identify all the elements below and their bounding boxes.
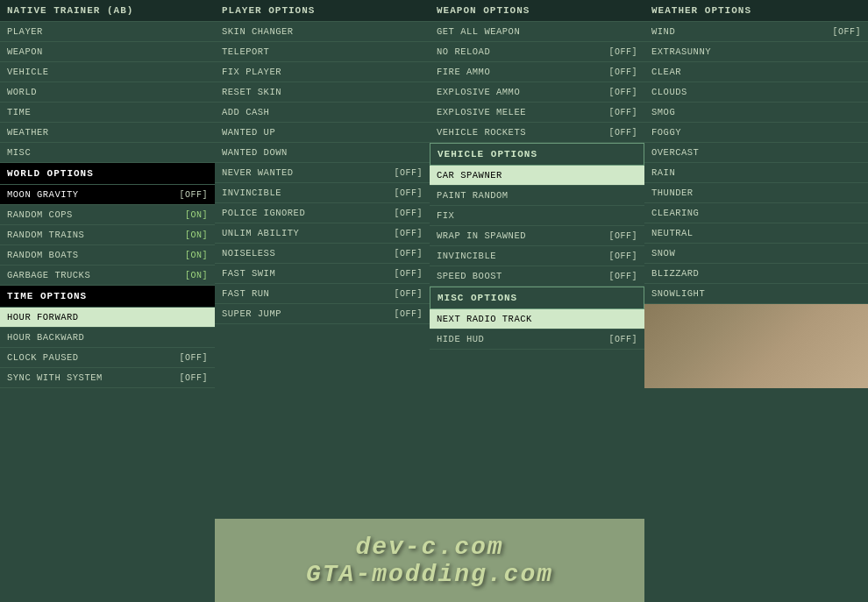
sync-with-system-badge: [OFF] [179, 373, 208, 383]
garbage-trucks-item[interactable]: GARBAGE TRUCKS [ON] [0, 266, 215, 286]
no-reload-badge: [OFF] [608, 47, 637, 57]
vehicle-rockets-item[interactable]: VEHICLE ROCKETS [OFF] [430, 123, 644, 143]
nav-player[interactable]: PLAYER [0, 22, 215, 42]
sync-with-system-item[interactable]: SYNC WITH SYSTEM [OFF] [0, 368, 215, 388]
fire-ammo-label: FIRE AMMO [437, 67, 490, 77]
wind-badge: [OFF] [832, 27, 861, 37]
no-reload-item[interactable]: NO RELOAD [OFF] [430, 42, 644, 62]
garbage-trucks-badge: [ON] [185, 271, 208, 280]
snowlight-item[interactable]: SNOWLIGHT [644, 284, 868, 304]
random-cops-badge: [ON] [185, 210, 208, 220]
paint-random-item[interactable]: PAINT RANDOM [430, 186, 644, 206]
clock-paused-item[interactable]: CLOCK PAUSED [OFF] [0, 348, 215, 368]
wrap-in-spawned-badge: [OFF] [608, 231, 637, 241]
nav-misc[interactable]: MISC [0, 143, 215, 163]
clock-paused-badge: [OFF] [179, 353, 208, 363]
nav-vehicle[interactable]: VEHICLE [0, 62, 215, 82]
wrap-in-spawned-item[interactable]: WRAP IN SPAWNED [OFF] [430, 226, 644, 246]
police-ignored-item[interactable]: POLICE IGNORED [OFF] [215, 203, 430, 223]
garbage-trucks-label: GARBAGE TRUCKS [7, 270, 90, 280]
nav-weather[interactable]: WEATHER [0, 123, 215, 143]
never-wanted-badge: [OFF] [394, 168, 423, 178]
clock-paused-label: CLOCK PAUSED [7, 352, 79, 363]
car-spawner-item[interactable]: CAR SPAWNER [430, 166, 644, 186]
super-jump-item[interactable]: SUPER JUMP [OFF] [215, 304, 430, 324]
neutral-item[interactable]: NEUTRAL [644, 223, 868, 244]
unlim-ability-label: UNLIM ABILITY [222, 228, 299, 238]
nav-world[interactable]: WORLD [0, 82, 215, 103]
fix-vehicle-item[interactable]: FIX [430, 206, 644, 226]
unlim-ability-item[interactable]: UNLIM ABILITY [OFF] [215, 223, 430, 244]
fix-player-item[interactable]: FIX PLAYER [215, 62, 430, 82]
thunder-item[interactable]: THUNDER [644, 183, 868, 203]
rain-item[interactable]: RAIN [644, 163, 868, 183]
invincible-vehicle-badge: [OFF] [608, 251, 637, 261]
speed-boost-item[interactable]: SPEED BOOST [OFF] [430, 266, 644, 287]
explosive-ammo-label: EXPLOSIVE AMMO [437, 87, 520, 97]
random-boats-label: RANDOM BOATS [7, 250, 79, 260]
extrasunny-item[interactable]: EXTRASUNNY [644, 42, 868, 62]
hour-forward-label: HOUR FORWARD [7, 312, 79, 322]
moon-gravity-label: MOON GRAVITY [7, 189, 79, 200]
explosive-melee-label: EXPLOSIVE MELEE [437, 107, 526, 117]
smog-item[interactable]: SMOG [644, 103, 868, 123]
skin-changer-item[interactable]: SKIN CHANGER [215, 22, 430, 42]
invincible-player-label: INVINCIBLE [222, 188, 281, 198]
hour-forward-item[interactable]: HOUR FORWARD [0, 308, 215, 328]
fire-ammo-item[interactable]: FIRE AMMO [OFF] [430, 62, 644, 82]
invincible-player-badge: [OFF] [394, 188, 423, 198]
overcast-item[interactable]: OVERCAST [644, 143, 868, 163]
wind-item[interactable]: WIND [OFF] [644, 22, 868, 42]
moon-gravity-item[interactable]: MOON GRAVITY [OFF] [0, 185, 215, 205]
random-trains-item[interactable]: RANDOM TRAINS [ON] [0, 225, 215, 245]
wanted-up-item[interactable]: WANTED UP [215, 123, 430, 143]
next-radio-track-item[interactable]: NEXT RADIO TRACK [430, 309, 644, 329]
snow-item[interactable]: SNOW [644, 244, 868, 264]
vehicle-rockets-badge: [OFF] [608, 128, 637, 138]
hour-backward-item[interactable]: HOUR BACKWARD [0, 328, 215, 348]
col4-header: WEATHER OPTIONS [644, 0, 868, 22]
vehicle-options-header: VEHICLE OPTIONS [430, 143, 644, 166]
invincible-vehicle-item[interactable]: INVINCIBLE [OFF] [430, 246, 644, 266]
hide-hud-label: HIDE HUD [437, 334, 484, 344]
watermark-line2: GTA-modding.com [306, 561, 553, 588]
invincible-vehicle-label: INVINCIBLE [437, 251, 496, 261]
hour-backward-label: HOUR BACKWARD [7, 332, 84, 343]
teleport-item[interactable]: TELEPORT [215, 42, 430, 62]
super-jump-badge: [OFF] [394, 309, 423, 319]
foggy-item[interactable]: FOGGY [644, 123, 868, 143]
wanted-down-item[interactable]: WANTED DOWN [215, 143, 430, 163]
noiseless-item[interactable]: NOISELESS [OFF] [215, 244, 430, 264]
add-cash-item[interactable]: ADD CASH [215, 103, 430, 123]
col3: WEAPON OPTIONS GET ALL WEAPON NO RELOAD … [430, 0, 644, 388]
col2: PLAYER OPTIONS SKIN CHANGER TELEPORT FIX… [215, 0, 430, 388]
fast-swim-item[interactable]: FAST SWIM [OFF] [215, 264, 430, 284]
never-wanted-label: NEVER WANTED [222, 167, 294, 178]
wind-label: WIND [651, 26, 675, 37]
nav-time[interactable]: TIME [0, 103, 215, 123]
col2-header: PLAYER OPTIONS [215, 0, 430, 22]
hide-hud-item[interactable]: HIDE HUD [OFF] [430, 329, 644, 350]
clouds-item[interactable]: CLOUDS [644, 82, 868, 103]
time-options-header: TIME OPTIONS [0, 286, 215, 308]
watermark-line1: dev-c.com [355, 534, 503, 561]
random-boats-item[interactable]: RANDOM BOATS [ON] [0, 245, 215, 266]
explosive-melee-item[interactable]: EXPLOSIVE MELEE [OFF] [430, 103, 644, 123]
random-cops-item[interactable]: RANDOM COPS [ON] [0, 205, 215, 225]
moon-gravity-badge: [OFF] [179, 190, 208, 200]
hide-hud-badge: [OFF] [608, 335, 637, 344]
clear-item[interactable]: CLEAR [644, 62, 868, 82]
never-wanted-item[interactable]: NEVER WANTED [OFF] [215, 163, 430, 183]
nav-weapon[interactable]: WEAPON [0, 42, 215, 62]
invincible-player-item[interactable]: INVINCIBLE [OFF] [215, 183, 430, 203]
clearing-item[interactable]: CLEARING [644, 203, 868, 223]
wrap-in-spawned-label: WRAP IN SPAWNED [437, 230, 526, 241]
random-boats-badge: [ON] [185, 251, 208, 260]
blizzard-item[interactable]: BLIZZARD [644, 264, 868, 284]
reset-skin-item[interactable]: RESET SKIN [215, 82, 430, 103]
get-all-weapon-item[interactable]: GET ALL WEAPON [430, 22, 644, 42]
fast-run-badge: [OFF] [394, 289, 423, 299]
explosive-ammo-item[interactable]: EXPLOSIVE AMMO [OFF] [430, 82, 644, 103]
speed-boost-badge: [OFF] [608, 272, 637, 281]
fast-run-item[interactable]: FAST RUN [OFF] [215, 284, 430, 304]
